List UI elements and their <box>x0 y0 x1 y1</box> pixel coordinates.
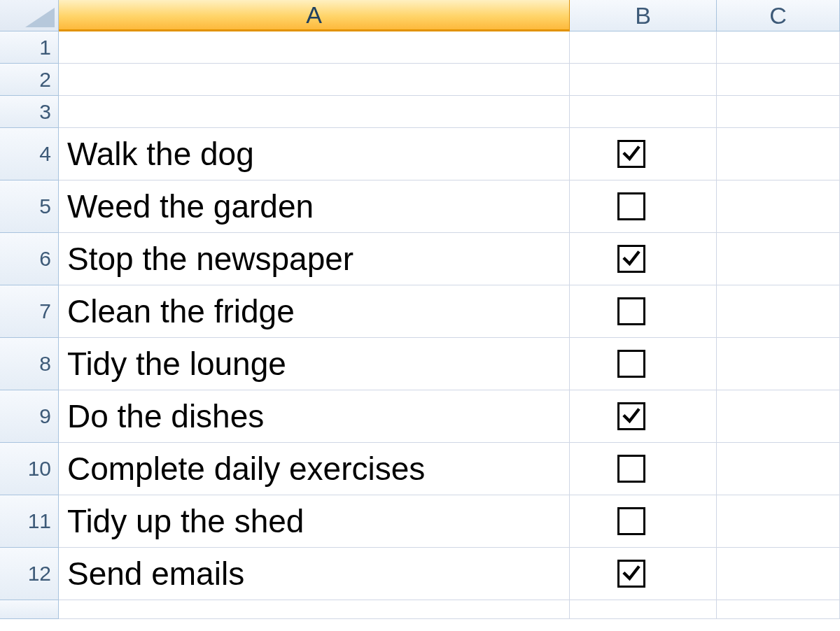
cell-A13[interactable] <box>59 600 570 619</box>
cell-C10[interactable] <box>717 443 840 495</box>
cell-A5[interactable]: Weed the garden <box>59 180 570 233</box>
cell-A11[interactable]: Tidy up the shed <box>59 495 570 548</box>
checkbox-row5[interactable] <box>617 192 645 220</box>
cell-B5[interactable] <box>570 180 717 233</box>
cell-B11[interactable] <box>570 495 717 548</box>
row-header-7[interactable]: 7 <box>0 285 59 338</box>
checkbox-row7[interactable] <box>617 297 645 325</box>
cell-B2[interactable] <box>570 64 717 96</box>
cell-A4[interactable]: Walk the dog <box>59 128 570 180</box>
checkbox-row12[interactable] <box>617 560 645 588</box>
cell-C2[interactable] <box>717 64 840 96</box>
cell-B1[interactable] <box>570 31 717 64</box>
checkbox-row11[interactable] <box>617 507 645 535</box>
cell-C1[interactable] <box>717 31 840 64</box>
column-header-A[interactable]: A <box>59 0 570 31</box>
checkbox-row9[interactable] <box>617 402 645 430</box>
column-header-C[interactable]: C <box>717 0 840 31</box>
cell-A7[interactable]: Clean the fridge <box>59 285 570 338</box>
cell-A3[interactable] <box>59 96 570 128</box>
row-header-1[interactable]: 1 <box>0 31 59 64</box>
row-header-6[interactable]: 6 <box>0 233 59 285</box>
checkbox-row4[interactable] <box>617 140 645 168</box>
cell-B9[interactable] <box>570 390 717 443</box>
cell-C11[interactable] <box>717 495 840 548</box>
cell-B7[interactable] <box>570 285 717 338</box>
row-header-2[interactable]: 2 <box>0 64 59 96</box>
column-header-B[interactable]: B <box>570 0 717 31</box>
cell-C12[interactable] <box>717 548 840 600</box>
cell-A9[interactable]: Do the dishes <box>59 390 570 443</box>
row-header-4[interactable]: 4 <box>0 128 59 180</box>
cell-B12[interactable] <box>570 548 717 600</box>
cell-B8[interactable] <box>570 338 717 390</box>
row-header-10[interactable]: 10 <box>0 443 59 495</box>
checkbox-row8[interactable] <box>617 350 645 378</box>
row-header-3[interactable]: 3 <box>0 96 59 128</box>
cell-A2[interactable] <box>59 64 570 96</box>
cell-C5[interactable] <box>717 180 840 233</box>
cell-A12[interactable]: Send emails <box>59 548 570 600</box>
cell-C7[interactable] <box>717 285 840 338</box>
cell-C13[interactable] <box>717 600 840 619</box>
cell-B13[interactable] <box>570 600 717 619</box>
cell-C4[interactable] <box>717 128 840 180</box>
checkbox-row10[interactable] <box>617 455 645 483</box>
checkbox-row6[interactable] <box>617 245 645 273</box>
cell-A6[interactable]: Stop the newspaper <box>59 233 570 285</box>
cell-A1[interactable] <box>59 31 570 64</box>
cell-B3[interactable] <box>570 96 717 128</box>
cell-B10[interactable] <box>570 443 717 495</box>
row-header-9[interactable]: 9 <box>0 390 59 443</box>
cell-A8[interactable]: Tidy the lounge <box>59 338 570 390</box>
row-header-8[interactable]: 8 <box>0 338 59 390</box>
row-header-11[interactable]: 11 <box>0 495 59 548</box>
row-header-13[interactable] <box>0 600 59 619</box>
select-all-corner[interactable] <box>0 0 59 31</box>
cell-C3[interactable] <box>717 96 840 128</box>
spreadsheet-grid: A B C 1 2 3 4 Walk the dog 5 Weed the ga… <box>0 0 840 631</box>
row-header-5[interactable]: 5 <box>0 180 59 233</box>
cell-A10[interactable]: Complete daily exercises <box>59 443 570 495</box>
cell-C9[interactable] <box>717 390 840 443</box>
cell-B6[interactable] <box>570 233 717 285</box>
cell-B4[interactable] <box>570 128 717 180</box>
cell-C8[interactable] <box>717 338 840 390</box>
cell-C6[interactable] <box>717 233 840 285</box>
row-header-12[interactable]: 12 <box>0 548 59 600</box>
